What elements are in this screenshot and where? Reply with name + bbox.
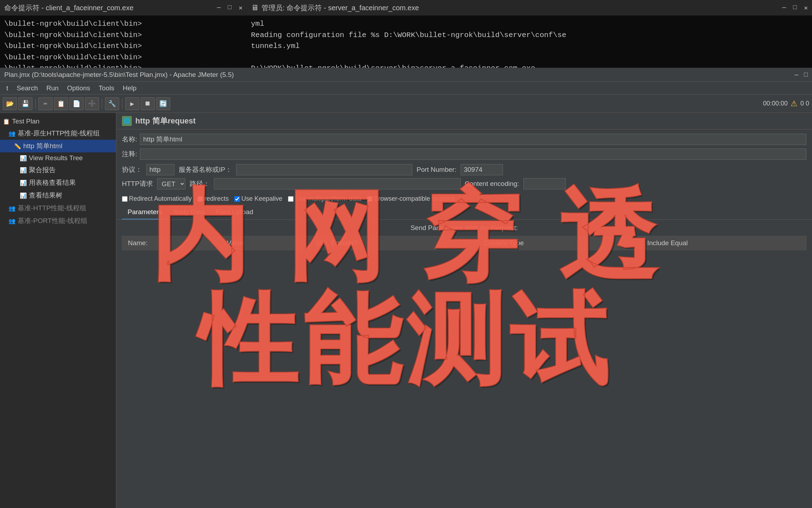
tree-item-thread-group-1[interactable]: 👥 基准-原生HTTP性能-线程组 [0,127,116,140]
browser-compat-label: Browser-compatible headers [374,195,455,202]
browser-compat-checkbox[interactable]: Browser-compatible headers [367,195,455,202]
client-cmd-line: \bullet-ngrok\build\client\bin> [4,18,242,30]
server-minimize-btn[interactable]: — [782,4,786,12]
multipart-checkbox[interactable]: Use multipart/form-data [288,195,361,202]
browser-compat-input[interactable] [367,196,373,202]
toolbar-sep-1 [35,98,36,109]
server-cmd-window: 🖥 管理员: 命令提示符 - server_a_faceinner_com.ex… [247,0,812,71]
tab-files-upload[interactable]: Files Upload [210,205,259,219]
server-cmd-line [251,52,808,63]
params-table: Name: Value URL Encode? Content-Type Inc… [122,236,806,250]
redirect-auto-input[interactable] [122,196,128,202]
path-label: 路径： [190,179,210,188]
tab-body-data[interactable]: Body Data [168,205,210,219]
client-cmd-titlebar: 命令提示符 - client_a_faceinner_com.exe — □ ✕ [0,0,247,16]
menu-tools[interactable]: Tools [95,83,118,93]
method-label: HTTP请求 [122,179,153,188]
tree-root-item[interactable]: 📋 Test Plan [0,116,116,127]
client-cmd-controls[interactable]: — □ ✕ [217,4,242,12]
params-section: Send Parameters With the Request: Name: … [116,220,812,508]
protocol-label: 协议： [122,165,142,174]
method-select[interactable]: GET POST [157,178,185,189]
tab-parameters[interactable]: Parameters [122,205,168,219]
client-close-btn[interactable]: ✕ [239,4,242,12]
timer-display: 00:00:00 [763,100,788,107]
server-label: 服务器名称或IP： [179,165,232,174]
tree-item-label: 聚合报告 [29,165,56,175]
menu-options[interactable]: Options [63,83,93,93]
name-row: 名称: [122,134,806,145]
server-cmd-line: yml [251,18,808,30]
params-title: Send Parameters With the Request: [122,224,806,232]
port-input[interactable] [461,164,503,175]
toolbar-settings-btn[interactable]: 🔧 [105,97,119,110]
jmeter-main: 📋 Test Plan 👥 基准-原生HTTP性能-线程组 ✏️ http 简单… [0,113,812,508]
error-count: 0 0 [800,100,809,107]
params-tabs[interactable]: Parameters Body Data Files Upload [116,205,812,220]
toolbar-copy-btn[interactable]: 📋 [54,97,68,110]
checkboxes-row: Redirect Automatically redirects Use Kee… [116,192,812,205]
tree-item-sampler[interactable]: ✏️ http 简单html [0,140,116,152]
redirect-auto-label: Redirect Automatically [129,195,192,202]
client-cmd-line: \bullet-ngrok\build\client\bin> [4,52,242,63]
redirect-auto-checkbox[interactable]: Redirect Automatically [122,195,192,202]
server-close-btn[interactable]: ✕ [804,4,808,12]
jmeter-menubar[interactable]: t Search Run Options Tools Help [0,82,812,95]
col-url-encode: URL Encode? [310,236,478,250]
toolbar-stop-btn[interactable]: ⏹ [141,97,155,110]
client-maximize-btn[interactable]: □ [228,4,232,12]
jmeter-title: Plan.jmx (D:\tools\apache-jmeter-5.5\bin… [4,71,234,79]
jmeter-controls[interactable]: — □ [794,71,808,78]
jmeter-titlebar: Plan.jmx (D:\tools\apache-jmeter-5.5\bin… [0,68,812,82]
server-cmd-line: Reading configuration file %s D:\WORK\bu… [251,30,808,41]
keepalive-checkbox[interactable]: Use Keepalive [234,195,282,202]
panel-form: 名称: 注释: [116,129,812,164]
name-input[interactable] [140,134,806,145]
toolbar-new-btn[interactable]: 📂 [3,97,17,110]
menu-file[interactable]: t [3,83,12,93]
server-input[interactable] [236,164,412,175]
toolbar-paste-btn[interactable]: 📄 [69,97,84,110]
server-cmd-titlebar: 🖥 管理员: 命令提示符 - server_a_faceinner_com.ex… [247,0,812,16]
toolbar-add-btn[interactable]: ➕ [85,97,99,110]
multipart-label: Use multipart/form-data [295,195,361,202]
tree-item-thread-group-3[interactable]: 👥 基准-PORT性能-线程组 [0,214,116,227]
encoding-label: Content encoding: [465,180,519,188]
redirects-input[interactable] [197,196,203,202]
jmeter-minimize-btn[interactable]: — [794,71,798,78]
panel-title: http 简单request [135,116,196,126]
client-cmd-title: 命令提示符 - client_a_faceinner_com.exe [4,3,134,13]
menu-search[interactable]: Search [13,83,41,93]
comments-label: 注释: [122,150,137,159]
tree-item-table-results[interactable]: 📊 用表格查看结果 [0,176,116,189]
toolbar-timer: 00:00:00 ⚠ 0 0 [763,99,809,108]
toolbar-run-btn[interactable]: ▶ [125,97,139,110]
comments-input[interactable] [140,149,806,160]
col-name: Name: [122,236,221,250]
menu-help[interactable]: Help [119,83,140,93]
encoding-input[interactable] [523,178,566,189]
tree-item-aggregate-report[interactable]: 📊 聚合报告 [0,164,116,176]
toolbar-cut-btn[interactable]: ✂ [38,97,53,110]
col-content-type: Content-Type [478,236,641,250]
server-cmd-title: 管理员: 命令提示符 - server_a_faceinner_com.exe [262,3,419,13]
jmeter-maximize-btn[interactable]: □ [804,71,808,78]
server-cmd-controls[interactable]: — □ ✕ [782,4,808,12]
server-restore-btn[interactable]: □ [793,4,797,12]
toolbar-save-btn[interactable]: 💾 [18,97,32,110]
redirects-checkbox[interactable]: redirects [197,195,229,202]
keepalive-input[interactable] [234,196,240,202]
client-minimize-btn[interactable]: — [217,4,221,12]
tree-item-results-tree-cn[interactable]: 📊 查看结果树 [0,189,116,202]
server-cmd-line: tunnels.yml [251,41,808,52]
protocol-input[interactable] [146,164,174,175]
tree-item-view-results-tree[interactable]: 📊 View Results Tree [0,152,116,164]
tree-item-thread-group-2[interactable]: 👥 基准-HTTP性能-线程组 [0,202,116,214]
basic-settings-row: 协议： 服务器名称或IP： Port Number: [116,164,812,178]
menu-run[interactable]: Run [43,83,62,93]
toolbar-refresh-btn[interactable]: 🔄 [156,97,170,110]
panel-header: 🌐 http 简单request [116,113,812,129]
listener-icon-2: 📊 [20,167,27,174]
multipart-input[interactable] [288,196,294,202]
path-input[interactable] [214,178,461,189]
